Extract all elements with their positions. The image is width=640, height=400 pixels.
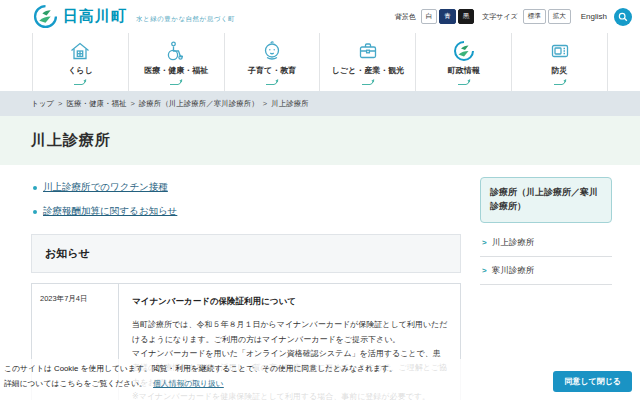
nav-item-kosodate-kyoiku[interactable]: 子育て・教育	[224, 33, 320, 91]
child-icon	[260, 38, 284, 64]
search-button[interactable]	[614, 8, 632, 26]
background-color-label: 背景色	[395, 12, 416, 22]
breadcrumb-link-shinryojo[interactable]: 診療所（川上診療所／寒川診療所）	[139, 99, 259, 109]
search-icon	[618, 12, 628, 22]
page: { "header": { "site_name": "日高川町", "tagl…	[0, 0, 640, 400]
agree-close-button[interactable]: 同意して閉じる	[553, 371, 632, 392]
wheelchair-icon	[164, 38, 188, 64]
notice-paragraph: 当町診療所では、令和５年８月１日からマイナンバーカードが保険証として利用いただけ…	[132, 318, 448, 347]
sidebar-item-kawakami[interactable]: > 川上診療所	[480, 229, 612, 257]
breadcrumb-current: 川上診療所	[271, 99, 309, 109]
town-emblem-icon	[452, 38, 476, 64]
nav-arrow-icon	[553, 78, 567, 86]
site-logo[interactable]: 日高川町 水と緑の豊かな自然が息づく町	[33, 4, 235, 29]
sidebar-item-label: 寒川診療所	[492, 265, 535, 277]
nav-item-kurashi[interactable]: くらし	[32, 33, 128, 91]
sidebar: 診療所（川上診療所／寒川診療所） > 川上診療所 > 寒川診療所	[480, 177, 612, 285]
quick-links-list: 川上診療所でのワクチン接種 診療報酬加算に関するお知らせ	[33, 181, 461, 218]
breadcrumb-separator: >	[58, 99, 62, 108]
page-title: 川上診療所	[31, 131, 111, 150]
nav-label: 防災	[552, 65, 568, 76]
fontsize-large-button[interactable]: 拡大	[548, 9, 571, 24]
nav-item-shigoto-sangyo-kanko[interactable]: しごと・産業・観光	[319, 33, 415, 91]
nav-item-iryo-kenko-fukushi[interactable]: 医療・健康・福祉	[128, 33, 224, 91]
title-band: 川上診療所	[0, 116, 640, 165]
house-icon	[68, 38, 92, 64]
bg-white-button[interactable]: 白	[421, 9, 438, 24]
nav-label: くらし	[68, 65, 93, 76]
logo-mark-icon	[33, 4, 58, 29]
nav-arrow-icon	[457, 78, 471, 86]
fontsize-standard-button[interactable]: 標準	[523, 9, 546, 24]
breadcrumb-separator: >	[263, 99, 267, 108]
sidebar-list: > 川上診療所 > 寒川診療所	[480, 229, 612, 285]
nav-arrow-icon	[73, 78, 87, 86]
cookie-detail-text: 詳細についてはこちらをご覧ください。	[4, 379, 147, 388]
cookie-banner: このサイトは Cookie を使用しています。閲覧・利用を継続することで、その使…	[0, 359, 640, 400]
nav-label: 子育て・教育	[248, 65, 296, 76]
breadcrumb-separator: >	[130, 99, 134, 108]
nav-label: 町政情報	[448, 65, 480, 76]
medical-fee-notice-link[interactable]: 診療報酬加算に関するお知らせ	[43, 205, 177, 218]
breadcrumb-link-top[interactable]: トップ	[31, 99, 54, 109]
bg-blue-button[interactable]: 青	[439, 9, 456, 24]
sidebar-category-box: 診療所（川上診療所／寒川診療所）	[480, 177, 612, 223]
notice-section-header: お知らせ	[31, 234, 461, 273]
site-name: 日高川町	[63, 7, 127, 26]
notice-title: マイナンバーカードの保険証利用について	[132, 294, 448, 309]
chevron-right-icon: >	[482, 266, 487, 275]
header-utilities: 背景色 白 青 黒 文字サイズ 標準 拡大 English	[387, 8, 632, 26]
list-item: 診療報酬加算に関するお知らせ	[33, 205, 461, 218]
chevron-right-icon: >	[482, 238, 487, 247]
cookie-message: このサイトは Cookie を使用しています。閲覧・利用を継続することで、その使…	[4, 364, 636, 375]
nav-arrow-icon	[361, 78, 375, 86]
site-tagline: 水と緑の豊かな自然が息づく町	[136, 15, 235, 24]
nav-item-chosei-joho[interactable]: 町政情報	[415, 33, 511, 91]
vaccine-info-link[interactable]: 川上診療所でのワクチン接種	[43, 181, 168, 194]
briefcase-icon	[356, 38, 380, 64]
nav-label: しごと・産業・観光	[332, 65, 405, 76]
nav-arrow-icon	[265, 78, 279, 86]
nav-item-bosai[interactable]: 防災	[511, 33, 608, 91]
site-header: 日高川町 水と緑の豊かな自然が息づく町 背景色 白 青 黒 文字サイズ 標準 拡…	[0, 0, 640, 33]
cookie-detail-line: 詳細についてはこちらをご覧ください。 個人情報の取り扱い	[4, 379, 636, 390]
english-link[interactable]: English	[581, 12, 607, 21]
emergency-icon	[548, 38, 572, 64]
breadcrumb: トップ > 医療・健康・福祉 > 診療所（川上診療所／寒川診療所） > 川上診療…	[0, 91, 640, 116]
bg-black-button[interactable]: 黒	[458, 9, 475, 24]
breadcrumb-link-iryo[interactable]: 医療・健康・福祉	[66, 99, 126, 109]
sidebar-item-sogawa[interactable]: > 寒川診療所	[480, 257, 612, 285]
privacy-policy-link[interactable]: 個人情報の取り扱い	[153, 379, 224, 388]
font-size-label: 文字サイズ	[482, 12, 518, 22]
nav-arrow-icon	[169, 78, 183, 86]
main-nav: くらし 医療・健康・福祉	[0, 33, 640, 91]
bullet-icon	[33, 210, 37, 214]
sidebar-item-label: 川上診療所	[492, 237, 535, 249]
nav-label: 医療・健康・福祉	[144, 65, 208, 76]
bullet-icon	[33, 186, 37, 190]
list-item: 川上診療所でのワクチン接種	[33, 181, 461, 194]
